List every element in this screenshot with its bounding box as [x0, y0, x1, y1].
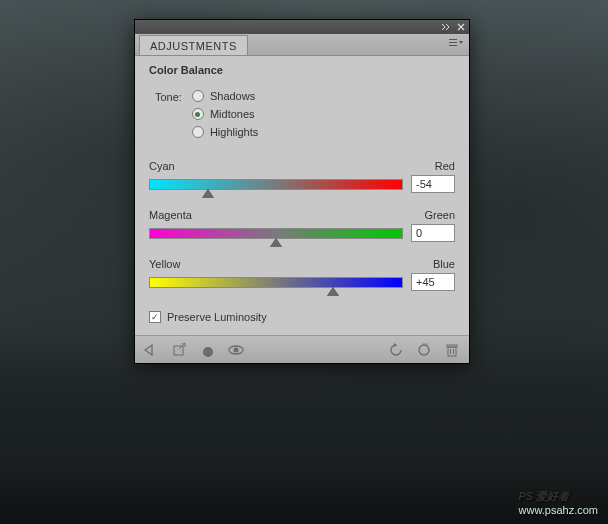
radio-label: Highlights: [210, 126, 258, 138]
slider-left-label: Magenta: [149, 209, 192, 221]
value-input-yellow-blue[interactable]: [411, 273, 455, 291]
close-icon[interactable]: [455, 22, 466, 32]
radio-shadows[interactable]: Shadows: [192, 90, 258, 102]
preserve-luminosity-checkbox[interactable]: ✓ Preserve Luminosity: [149, 311, 455, 323]
svg-rect-9: [447, 345, 457, 347]
radio-indicator: [192, 90, 204, 102]
svg-rect-3: [174, 346, 183, 355]
checkbox-indicator: ✓: [149, 311, 161, 323]
svg-rect-8: [448, 347, 456, 356]
back-arrow-icon[interactable]: [143, 341, 161, 359]
tab-adjustments[interactable]: ADJUSTMENTS: [139, 35, 248, 55]
slider-thumb[interactable]: [327, 287, 339, 296]
visibility-eye-icon[interactable]: [227, 341, 245, 359]
checkbox-label: Preserve Luminosity: [167, 311, 267, 323]
panel-content: Color Balance Tone: Shadows Midtones Hig…: [135, 56, 469, 335]
radio-midtones[interactable]: Midtones: [192, 108, 258, 120]
svg-point-4: [203, 347, 213, 357]
slider-yellow-blue: Yellow Blue: [149, 258, 455, 291]
watermark-sub: www.psahz.com: [519, 504, 598, 516]
watermark-main: PS 爱好者: [519, 490, 570, 502]
tab-label: ADJUSTMENTS: [150, 40, 237, 52]
trash-icon[interactable]: [443, 341, 461, 359]
value-input-cyan-red[interactable]: [411, 175, 455, 193]
svg-rect-1: [449, 42, 457, 43]
tone-selector: Tone: Shadows Midtones Highlights: [155, 90, 455, 138]
collapse-icon[interactable]: [440, 22, 451, 32]
tone-radio-group: Shadows Midtones Highlights: [192, 90, 258, 138]
radio-highlights[interactable]: Highlights: [192, 126, 258, 138]
slider-track-yellow-blue[interactable]: [149, 277, 403, 288]
adjustment-title: Color Balance: [149, 64, 455, 76]
svg-rect-0: [449, 39, 457, 40]
svg-point-7: [419, 345, 429, 355]
radio-label: Midtones: [210, 108, 255, 120]
panel-menu-icon[interactable]: [449, 38, 463, 50]
slider-right-label: Blue: [433, 258, 455, 270]
slider-track-cyan-red[interactable]: [149, 179, 403, 190]
svg-rect-2: [449, 45, 457, 46]
background-rocks: [0, 344, 608, 524]
clip-to-layer-icon[interactable]: [199, 341, 217, 359]
radio-indicator: [192, 108, 204, 120]
slider-right-label: Green: [424, 209, 455, 221]
slider-thumb[interactable]: [202, 189, 214, 198]
slider-magenta-green: Magenta Green: [149, 209, 455, 242]
tab-bar: ADJUSTMENTS: [135, 34, 469, 56]
watermark: PS 爱好者 www.psahz.com: [519, 480, 598, 516]
adjustments-panel: ADJUSTMENTS Color Balance Tone: Shadows …: [134, 19, 470, 364]
slider-left-label: Yellow: [149, 258, 180, 270]
radio-indicator: [192, 126, 204, 138]
slider-thumb[interactable]: [270, 238, 282, 247]
radio-label: Shadows: [210, 90, 255, 102]
reset-icon[interactable]: [415, 341, 433, 359]
expand-view-icon[interactable]: [171, 341, 189, 359]
slider-left-label: Cyan: [149, 160, 175, 172]
slider-cyan-red: Cyan Red: [149, 160, 455, 193]
panel-titlebar: [135, 20, 469, 34]
slider-track-magenta-green[interactable]: [149, 228, 403, 239]
value-input-magenta-green[interactable]: [411, 224, 455, 242]
tone-label: Tone:: [155, 90, 182, 103]
panel-footer: [135, 335, 469, 363]
previous-state-icon[interactable]: [387, 341, 405, 359]
slider-right-label: Red: [435, 160, 455, 172]
svg-point-6: [234, 347, 239, 352]
